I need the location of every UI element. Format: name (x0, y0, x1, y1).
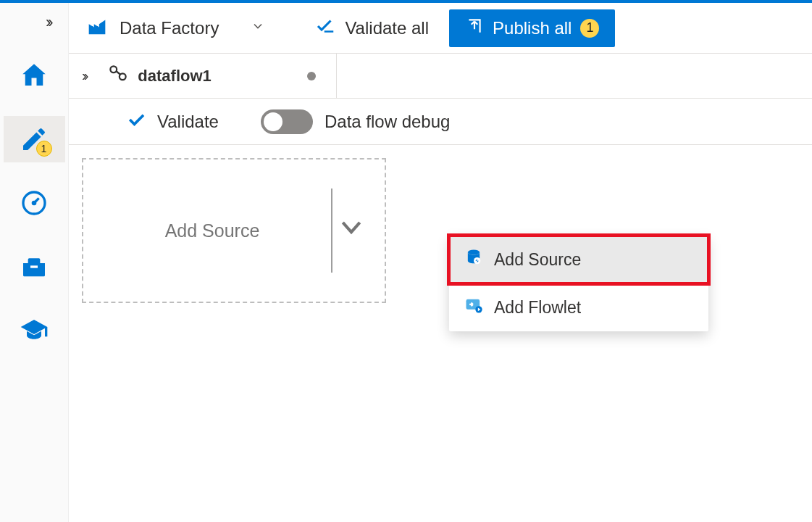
toolbox-icon (20, 252, 49, 281)
publish-icon (465, 17, 484, 40)
tab-title: dataflow1 (138, 67, 211, 86)
dataflow-icon (107, 63, 129, 89)
svg-point-3 (111, 66, 117, 72)
publish-count-badge: 1 (580, 19, 599, 38)
nav-author[interactable]: 1 (4, 116, 65, 162)
validate-button[interactable]: Validate (125, 109, 219, 135)
add-source-dropdown: Add Source Add Flowlet (449, 236, 708, 331)
nav-monitor[interactable] (4, 180, 65, 226)
flowlet-icon (464, 295, 484, 320)
dropdown-add-source-label: Add Source (494, 250, 581, 270)
debug-toggle-label: Data flow debug (325, 112, 450, 132)
top-header-bar: Data Factory Validate all Publish all 1 (69, 3, 812, 54)
debug-toggle-group: Data flow debug (261, 109, 450, 134)
add-source-placeholder-label: Add Source (165, 220, 260, 241)
validate-all-label: Validate all (345, 18, 429, 38)
dataflow-canvas[interactable]: Add Source Add Source Add Flow (69, 145, 812, 522)
nav-manage[interactable] (4, 244, 65, 290)
placeholder-divider (331, 188, 332, 273)
nav-learn[interactable] (4, 307, 65, 354)
main-panel: Data Factory Validate all Publish all 1 (69, 3, 812, 522)
add-source-placeholder[interactable]: Add Source (82, 158, 386, 303)
chevron-down-icon (251, 19, 265, 37)
gauge-icon (20, 188, 49, 218)
svg-point-6 (474, 257, 480, 264)
tab-collapse-button[interactable]: ›› (69, 67, 99, 84)
svg-rect-2 (30, 265, 38, 268)
publish-all-button[interactable]: Publish all 1 (449, 9, 615, 47)
publish-label: Publish all (493, 18, 572, 38)
home-icon (20, 61, 49, 90)
factory-icon (85, 14, 109, 43)
graduation-cap-icon (20, 316, 49, 345)
check-icon (125, 109, 147, 135)
nav-home[interactable] (4, 52, 65, 99)
tab-strip: ›› dataflow1 (69, 54, 812, 99)
svg-point-1 (32, 201, 37, 206)
validate-label: Validate (157, 112, 219, 132)
debug-toggle[interactable] (261, 109, 313, 134)
left-nav-rail: ›› 1 (0, 3, 69, 522)
database-icon (464, 247, 484, 272)
dropdown-add-flowlet[interactable]: Add Flowlet (449, 283, 708, 331)
factory-selector[interactable]: Data Factory (78, 9, 272, 47)
svg-point-5 (468, 250, 480, 255)
tab-dataflow1[interactable]: dataflow1 (99, 54, 336, 98)
validate-all-button[interactable]: Validate all (307, 11, 436, 46)
collapse-rail-button[interactable]: ›› (40, 10, 56, 35)
author-badge: 1 (36, 141, 52, 157)
toggle-knob (264, 112, 282, 131)
dropdown-add-source[interactable]: Add Source (449, 236, 708, 283)
dataflow-toolbar: Validate Data flow debug (69, 99, 812, 145)
expand-chevron-icon[interactable] (337, 213, 366, 249)
unsaved-dot-icon (307, 72, 316, 80)
factory-label-text: Data Factory (120, 18, 219, 38)
checklist-icon (314, 15, 336, 41)
dropdown-add-flowlet-label: Add Flowlet (494, 298, 581, 318)
app-layout: ›› 1 (0, 3, 812, 522)
